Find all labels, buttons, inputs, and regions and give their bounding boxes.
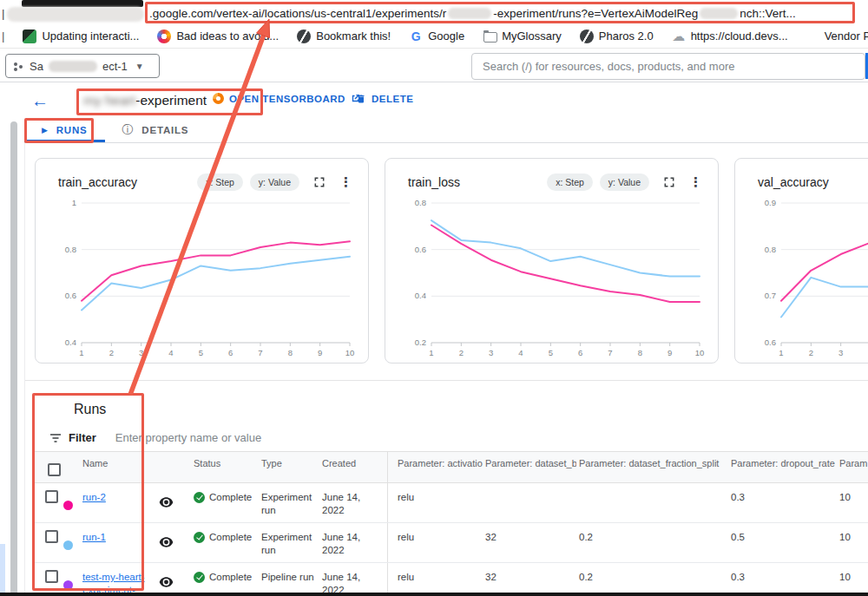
status-badge: Complete — [209, 571, 252, 584]
column-header: Parameter: dataset_fraction_split — [576, 452, 728, 482]
column-header: Name — [80, 452, 156, 482]
column-header: Parameter: dataset_batch — [483, 452, 576, 482]
tab-runs[interactable]: ▶ RUNS — [24, 118, 105, 142]
eye-icon[interactable] — [159, 497, 174, 508]
column-header: Param — [837, 452, 868, 482]
svg-text:2: 2 — [809, 348, 813, 357]
svg-text:6: 6 — [228, 348, 233, 357]
row-checkbox[interactable] — [45, 570, 58, 583]
x-axis-chip[interactable]: x: Step — [197, 174, 243, 191]
url-segment: .google.com/ — [149, 7, 216, 20]
url-bar[interactable]: .google.com/vertex-ai/locations/us-centr… — [149, 4, 851, 22]
check-circle-icon — [194, 492, 205, 503]
redacted-url-prefix — [7, 7, 144, 22]
name-cell: test-my-heart-experiment-pipeline-run — [80, 563, 156, 596]
bookmark-label: https://cloud.devs... — [691, 29, 788, 43]
redacted-url-segment — [700, 8, 738, 19]
chart-card-train_loss: train_lossx: Stepy: Value⋮0.20.40.60.812… — [385, 158, 719, 363]
tensorboard-icon — [213, 93, 224, 104]
cloud-icon: ☁ — [672, 29, 686, 43]
bookmark-label: Bad ideas to avoid... — [176, 29, 279, 43]
eye-icon[interactable] — [159, 537, 174, 547]
tab-details[interactable]: ⓘ DETAILS — [105, 118, 207, 142]
bookmark-https-cloud-devs-[interactable]: ☁https://cloud.devs... — [672, 29, 788, 43]
svg-text:1: 1 — [779, 348, 783, 357]
status-cell: Complete — [191, 523, 259, 562]
param-activation-cell: relu — [387, 483, 483, 522]
column-header: Parameter: dropout_rate — [728, 452, 837, 482]
bookmark-label: Bookmark this! — [316, 29, 391, 43]
pen-green-icon — [23, 29, 36, 43]
name-cell: run-2 — [80, 483, 156, 522]
bookmark-google[interactable]: GGoogle — [409, 29, 464, 43]
trash-icon — [356, 93, 366, 105]
page-header: ← my heart-experiment OPEN TENSORBOARD D… — [24, 83, 868, 118]
svg-text:4: 4 — [518, 348, 523, 357]
svg-text:1: 1 — [79, 348, 83, 357]
x-axis-chip[interactable]: x: Step — [547, 174, 593, 191]
filter-label: Filter — [69, 431, 96, 444]
svg-text:4: 4 — [168, 348, 173, 357]
url-segment: r — [443, 7, 447, 20]
svg-text:0.6: 0.6 — [765, 337, 776, 347]
checkbox-cell — [33, 563, 61, 596]
svg-text:8: 8 — [638, 348, 642, 357]
bookmark-pharos-2-0[interactable]: Pharos 2.0 — [580, 29, 654, 43]
info-icon: ⓘ — [122, 122, 135, 138]
row-checkbox[interactable] — [45, 490, 58, 503]
svg-text:8: 8 — [288, 348, 293, 357]
eye-icon[interactable] — [159, 577, 174, 587]
bookmark-vendor-portal[interactable]: Vendor Portal — [806, 29, 868, 43]
view-cell — [156, 523, 191, 562]
check-circle-icon — [194, 572, 205, 583]
view-cell — [156, 563, 191, 596]
more-options-icon[interactable]: ⋮ — [339, 174, 352, 190]
created-cell: June 14, 2022 — [319, 563, 387, 596]
bookmark-bookmark-this-[interactable]: Bookmark this! — [297, 29, 391, 43]
chart-card-train_accuracy: train_accuracyx: Stepy: Value⋮0.40.60.81… — [35, 158, 369, 363]
runs-section: Runs Filter NameStatusTypeCreatedParamet… — [33, 390, 868, 596]
bookmark-myglossary[interactable]: MyGlossary — [483, 29, 562, 43]
filter-row: Filter — [33, 417, 868, 451]
row-checkbox[interactable] — [45, 530, 58, 543]
fullscreen-icon[interactable] — [313, 176, 326, 188]
y-axis-chip[interactable]: y: Value — [600, 174, 649, 191]
project-selector[interactable]: Sa ect-1 ▼ — [5, 54, 160, 78]
search-input[interactable] — [472, 60, 865, 73]
back-arrow-icon[interactable]: ← — [31, 89, 49, 112]
globe-dark-icon — [580, 29, 594, 43]
run-name-link[interactable]: run-2 — [82, 492, 106, 502]
play-icon: ▶ — [42, 126, 49, 134]
y-axis-chip[interactable]: y: Value — [250, 174, 299, 191]
chart-card-val_accuracy: val_accuracyx: Stepy: Value⋮0.60.70.80.9… — [734, 158, 868, 363]
status-badge: Complete — [209, 491, 252, 504]
run-color-dot — [63, 540, 73, 550]
filter-icon — [49, 433, 62, 443]
svg-text:0.2: 0.2 — [415, 337, 426, 347]
colorful-squares-icon — [806, 29, 819, 43]
fullscreen-icon[interactable] — [663, 176, 675, 188]
table-row: run-2CompleteExperiment runJune 14, 2022… — [33, 483, 868, 523]
param-5-cell: 10 — [837, 563, 868, 596]
svg-text:0.9: 0.9 — [765, 198, 776, 207]
bookmark-bad-ideas-to-avoid-[interactable]: Bad ideas to avoid... — [157, 29, 279, 43]
google-g-icon: G — [409, 29, 423, 43]
delete-button[interactable]: DELETE — [356, 93, 413, 105]
select-all-checkbox[interactable] — [48, 463, 61, 476]
name-cell: run-1 — [80, 523, 156, 562]
status-badge: Complete — [209, 531, 252, 544]
redacted-url-segment — [448, 8, 491, 19]
chart-title: train_accuracy — [58, 175, 137, 189]
left-scrollbar[interactable] — [10, 121, 17, 596]
svg-text:7: 7 — [608, 348, 612, 357]
more-options-icon[interactable]: ⋮ — [689, 174, 702, 190]
url-segment: vertex-ai/locations/us-central1/experime… — [216, 7, 442, 20]
table-body: run-2CompleteExperiment runJune 14, 2022… — [33, 483, 868, 596]
bookmark-updating-interacti-[interactable]: Updating interacti... — [23, 29, 139, 43]
filter-input[interactable] — [115, 431, 376, 444]
svg-text:0.4: 0.4 — [65, 337, 76, 347]
open-tensorboard-button[interactable]: OPEN TENSORBOARD — [213, 93, 360, 104]
run-name-link[interactable]: run-1 — [82, 532, 106, 542]
project-name-prefix: Sa — [30, 60, 43, 73]
column-header: Status — [191, 452, 259, 482]
